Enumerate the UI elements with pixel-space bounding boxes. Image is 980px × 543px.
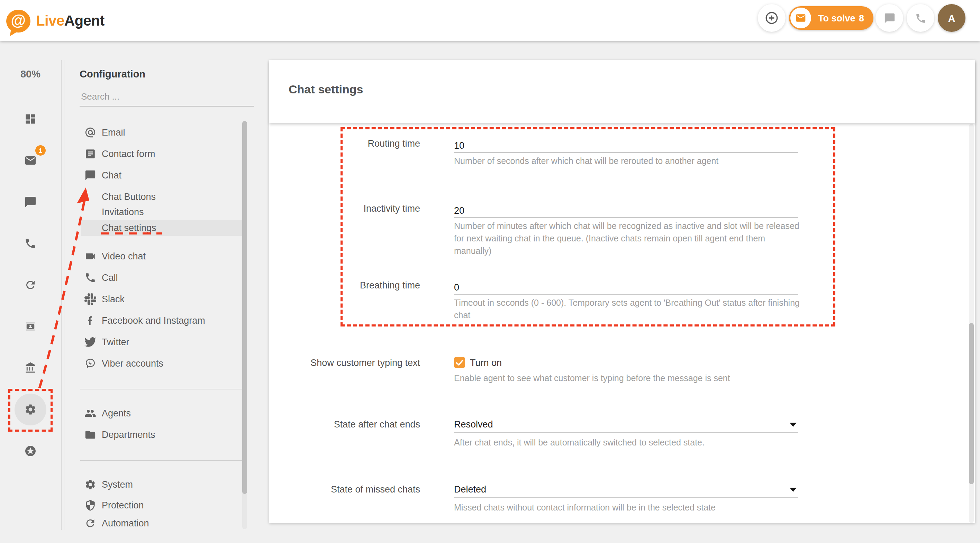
phone-icon — [84, 272, 96, 284]
chats-header-button[interactable] — [875, 4, 903, 32]
main-scrollbar-thumb[interactable] — [969, 323, 974, 484]
envelope-circle — [791, 8, 811, 29]
people-icon — [84, 407, 96, 419]
logo-agent: Agent — [64, 13, 105, 29]
sync-icon — [84, 518, 96, 529]
rail-reports-icon[interactable] — [24, 279, 37, 291]
sidebar-item-chat-buttons[interactable]: Chat Buttons — [64, 189, 242, 205]
sidebar-item-label: Automation — [102, 518, 149, 529]
turn-on-checkbox[interactable] — [454, 357, 465, 368]
sidebar-item-email[interactable]: Email — [64, 125, 242, 140]
show-typing-label: Show customer typing text — [274, 357, 420, 368]
sidebar-item-departments[interactable]: Departments — [64, 427, 242, 443]
folder-icon — [84, 429, 96, 441]
rail-gamification-icon[interactable] — [24, 445, 37, 457]
sidebar-item-label: Twitter — [102, 337, 129, 347]
facebook-icon — [84, 315, 96, 327]
gear-icon — [84, 479, 96, 491]
sidebar-clip: Automation — [64, 516, 242, 529]
user-avatar[interactable]: A — [938, 4, 966, 32]
sidebar-item-label: Video chat — [102, 251, 146, 262]
sidebar-item-chat[interactable]: Chat — [64, 168, 242, 183]
page-title: Chat settings — [289, 83, 363, 97]
at-icon — [84, 127, 96, 138]
sidebar-item-contact-form[interactable]: Contact form — [64, 147, 242, 162]
sidebar-item-label: Email — [102, 127, 125, 138]
calls-header-button[interactable] — [907, 4, 934, 32]
state-after-helper: After chat ends, it will be automaticall… — [454, 437, 803, 449]
chat-bubble-icon — [84, 170, 96, 181]
sidebar-item-label: Call — [102, 273, 118, 283]
sidebar-item-label: Slack — [102, 294, 124, 304]
chevron-down-icon[interactable] — [790, 487, 797, 492]
configuration-title: Configuration — [80, 68, 145, 79]
zoom-level-indicator[interactable]: 80% — [0, 68, 61, 79]
twitter-icon — [84, 336, 96, 348]
logo-live: Live — [36, 13, 64, 29]
liveagent-app: @ LiveAgent To solve 8 — [0, 0, 980, 543]
sidebar-item-automation[interactable]: Automation — [64, 516, 242, 529]
routing-time-label: Routing time — [274, 138, 420, 149]
state-missed-select[interactable]: Deleted — [454, 484, 798, 498]
slack-icon — [84, 293, 96, 305]
to-solve-label: To solve — [818, 13, 856, 23]
breathing-time-input[interactable] — [454, 280, 798, 295]
routing-time-helper: Number of seconds after which chat will … — [454, 155, 803, 167]
inactivity-time-label: Inactivity time — [274, 203, 420, 214]
sidebar-item-call[interactable]: Call — [64, 270, 242, 286]
rail-chats-icon[interactable] — [24, 196, 37, 208]
sidebar-item-label: Departments — [102, 430, 155, 440]
logo-bubble-icon: @ — [6, 10, 30, 32]
search-underline — [80, 106, 254, 106]
breathing-time-label: Breathing time — [274, 280, 420, 291]
sidebar-item-video-chat[interactable]: Video chat — [64, 249, 242, 264]
rail-contacts-icon[interactable] — [24, 320, 37, 333]
search-input[interactable] — [80, 90, 255, 102]
chat-bubble-icon — [883, 12, 895, 24]
settings-annotation-box — [8, 389, 52, 432]
to-solve-button[interactable]: To solve 8 — [789, 6, 873, 30]
to-solve-count: 8 — [859, 13, 864, 23]
sidebar-item-twitter[interactable]: Twitter — [64, 335, 242, 350]
sidebar-item-agents[interactable]: Agents — [64, 406, 242, 421]
videocam-icon — [84, 251, 96, 262]
sidebar-item-label: Agents — [102, 408, 131, 419]
sidebar-scrollbar-thumb[interactable] — [242, 121, 247, 494]
rail-divider-line — [61, 60, 62, 530]
sidebar-item-facebook-instagram[interactable]: Facebook and Instagram — [64, 313, 242, 329]
sidebar-item-invitations[interactable]: Invitations — [64, 205, 242, 220]
document-icon — [84, 148, 96, 160]
sidebar-item-system[interactable]: System — [64, 477, 242, 492]
turn-on-label: Turn on — [470, 357, 502, 368]
show-typing-helper: Enable agent to see what customer is typ… — [454, 372, 803, 384]
rail-billing-icon[interactable] — [24, 362, 37, 374]
sidebar-item-slack[interactable]: Slack — [64, 292, 242, 307]
sidebar-item-label: System — [102, 479, 133, 490]
rail-tickets-icon[interactable] — [24, 154, 37, 167]
avatar-initial: A — [948, 12, 955, 24]
inactivity-time-input[interactable] — [454, 203, 798, 218]
sidebar-section-divider — [80, 460, 242, 461]
sidebar-item-label: Chat Buttons — [102, 192, 156, 202]
state-after-label: State after chat ends — [274, 419, 420, 430]
state-missed-helper: Missed chats without contact information… — [454, 502, 803, 514]
sidebar-item-label: Invitations — [102, 207, 144, 217]
chevron-down-icon[interactable] — [790, 422, 797, 427]
inactivity-time-helper: Number of minutes after which chat will … — [454, 220, 803, 257]
chat-settings-annotation-underline — [101, 232, 162, 235]
sidebar-item-label: Viber accounts — [102, 358, 163, 369]
sidebar-item-label: Contact form — [102, 149, 155, 159]
rail-calls-icon[interactable] — [24, 237, 37, 250]
top-header: @ LiveAgent To solve 8 — [0, 0, 980, 41]
logo-text: LiveAgent — [36, 13, 105, 29]
viber-icon — [84, 357, 96, 369]
liveagent-logo[interactable]: @ LiveAgent — [6, 7, 105, 35]
routing-time-input[interactable] — [454, 138, 798, 153]
sidebar-section-divider — [80, 389, 242, 389]
sidebar-item-protection[interactable]: Protection — [64, 498, 242, 513]
rail-dashboard-icon[interactable] — [24, 113, 37, 125]
state-after-select[interactable]: Resolved — [454, 419, 798, 433]
sidebar-item-viber[interactable]: Viber accounts — [64, 356, 242, 372]
chat-settings-header: Chat settings — [269, 60, 975, 123]
add-new-button[interactable] — [758, 4, 786, 32]
